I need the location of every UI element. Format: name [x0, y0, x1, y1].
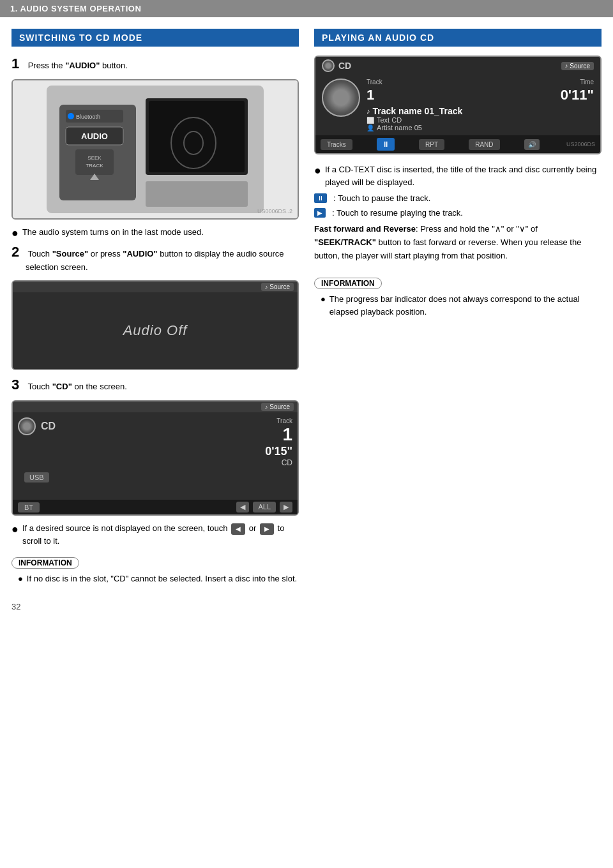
step3-number: 3: [11, 377, 26, 393]
page-number: 32: [11, 602, 20, 611]
play-instruction: ▶ : Touch to resume playing the track.: [314, 208, 602, 218]
audio-button-diagram: Bluetooth AUDIO SEEK TRACK: [11, 79, 299, 220]
pause-btn[interactable]: ⏸: [377, 138, 395, 151]
playing-section-header: PLAYING AN AUDIO CD: [314, 29, 602, 47]
playing-cd-label: CD: [322, 59, 351, 72]
step2-text: Touch "Source" or press "AUDIO" button t…: [26, 248, 299, 274]
svg-rect-13: [146, 181, 248, 207]
playing-cd-disc: [322, 59, 335, 72]
playing-disc-icon: [322, 79, 360, 117]
diagram-inner: Bluetooth AUDIO SEEK TRACK: [13, 80, 298, 218]
pause-icon: ⏸: [314, 193, 327, 203]
step3-text: Touch "CD" on the screen.: [26, 380, 127, 394]
svg-text:TRACK: TRACK: [86, 163, 103, 168]
track-label: Track: [276, 417, 292, 424]
play-icon: ▶: [314, 208, 326, 218]
time-label-right: Time: [580, 79, 594, 86]
playing-screen-top: CD Source: [315, 57, 600, 75]
cd-source-screen: Source CD Track 1: [11, 400, 299, 516]
svg-text:SEEK: SEEK: [87, 155, 102, 161]
bullet2-text: If a desired source is not displayed on …: [22, 522, 299, 547]
dashboard-svg: Bluetooth AUDIO SEEK TRACK: [47, 86, 264, 213]
tracks-btn[interactable]: Tracks: [321, 139, 352, 150]
svg-text:AUDIO: AUDIO: [81, 131, 108, 141]
cd-disc-icon: [18, 417, 36, 435]
step1-row: 1 Press the "AUDIO" button.: [11, 56, 299, 73]
scroll-left-btn[interactable]: ◀: [236, 502, 249, 513]
playing-track-num: 1: [367, 87, 374, 103]
step1-text: Press the "AUDIO" button.: [26, 59, 128, 73]
scroll-prev-icon[interactable]: ◀: [231, 523, 245, 535]
playing-artist: 👤 Artist name 05: [367, 124, 594, 131]
svg-rect-7: [75, 149, 114, 175]
bt-btn[interactable]: BT: [18, 502, 40, 513]
fast-forward-section: Fast forward and Reverse: Press and hold…: [314, 223, 602, 262]
cd-text-label: CD: [282, 458, 292, 467]
cd-screen-topbar: Source: [13, 401, 298, 412]
info-content-right: ● The progress bar indicator does not al…: [314, 293, 602, 318]
playing-main-area: Track Time 1 0'11" ♪ Track name 01_Track…: [315, 75, 600, 135]
rand-btn[interactable]: RAND: [469, 139, 499, 150]
source-button-cd-screen[interactable]: Source: [261, 403, 294, 411]
audio-screen-topbar: Source: [13, 281, 298, 292]
cd-items-left: CD: [18, 417, 56, 435]
playing-info-panel: Track Time 1 0'11" ♪ Track name 01_Track…: [367, 79, 594, 131]
fast-forward-text: Fast forward and Reverse: Press and hold…: [314, 223, 602, 262]
information-label-left: INFORMATION: [11, 557, 79, 569]
track-time-row: Track Time: [367, 79, 594, 86]
all-btn[interactable]: ALL: [253, 502, 276, 513]
playing-time-display: 0'11": [561, 87, 594, 103]
bullet2-left: ● If a desired source is not displayed o…: [11, 522, 299, 547]
svg-point-3: [68, 113, 74, 119]
information-box-left: INFORMATION ● If no disc is in the slot,…: [11, 552, 299, 585]
scroll-next-icon[interactable]: ▶: [260, 523, 274, 535]
playing-track-name: ♪ Track name 01_Track: [367, 106, 594, 116]
audio-off-display: Audio Off: [13, 292, 298, 369]
cd-label: CD: [41, 421, 56, 432]
scroll-right-btn[interactable]: ▶: [280, 502, 292, 513]
info-bullet-left: ● If no disc is in the slot, "CD" cannot…: [18, 572, 299, 585]
header-title: 1. AUDIO SYSTEM OPERATION: [10, 4, 141, 13]
step2-row: 2 Touch "Source" or press "AUDIO" button…: [11, 244, 299, 274]
playing-text-cd: ⬜ Text CD: [367, 116, 594, 124]
step3-row: 3 Touch "CD" on the screen.: [11, 377, 299, 394]
info-content-left: ● If no disc is in the slot, "CD" cannot…: [11, 572, 299, 585]
track-time: 0'15": [265, 445, 292, 458]
cd-screen-top: CD Track 1 0'15" CD: [18, 417, 292, 467]
track-number: 1: [282, 424, 292, 445]
playing-cd-text: CD: [338, 61, 351, 71]
svg-text:Bluetooth: Bluetooth: [76, 114, 100, 120]
cd-bottom-bar: BT ◀ ALL ▶: [13, 500, 298, 514]
information-label-right: INFORMATION: [314, 278, 382, 289]
track-num-time-row: 1 0'11": [367, 87, 594, 103]
bullet1-left: ● The audio system turns on in the last …: [11, 226, 299, 239]
page-header: 1. AUDIO SYSTEM OPERATION: [0, 0, 613, 17]
switching-section-header: SWITCHING TO CD MODE: [11, 29, 299, 47]
watermark-right: US2006DS: [566, 141, 595, 147]
source-button-audio-screen[interactable]: Source: [261, 283, 294, 291]
track-label-right: Track: [367, 79, 382, 86]
bullet1-right: ● If a CD-TEXT disc is inserted, the tit…: [314, 163, 602, 188]
step1-number: 1: [11, 56, 26, 72]
playing-source-btn[interactable]: Source: [561, 62, 594, 70]
playing-screen: CD Source Track Time 1 0'11": [314, 56, 602, 154]
right-column: PLAYING AN AUDIO CD CD Source Track Time: [314, 29, 602, 590]
usb-source-btn[interactable]: USB: [24, 472, 49, 483]
svg-rect-12: [149, 101, 245, 172]
information-box-right: INFORMATION ● The progress bar indicator…: [314, 273, 602, 318]
info-bullet-right: ● The progress bar indicator does not al…: [321, 293, 602, 318]
step2-number: 2: [11, 244, 26, 260]
rpt-btn[interactable]: RPT: [419, 139, 444, 150]
playing-bottom-bar: Tracks ⏸ RPT RAND 🔊 US2006DS: [315, 135, 600, 153]
cd-track-info: Track 1 0'15" CD: [56, 417, 292, 467]
pause-instruction: ⏸ : Touch to pause the track.: [314, 193, 602, 203]
diagram-watermark: US0006DS..2: [257, 208, 292, 214]
left-column: SWITCHING TO CD MODE 1 Press the "AUDIO"…: [11, 29, 299, 590]
cd-screen-display: CD Track 1 0'15" CD US: [13, 412, 298, 514]
scroll-controls: ◀ ALL ▶: [236, 502, 292, 513]
volume-icon-btn[interactable]: 🔊: [524, 139, 540, 150]
audio-off-screen: Source Audio Off: [11, 280, 299, 370]
